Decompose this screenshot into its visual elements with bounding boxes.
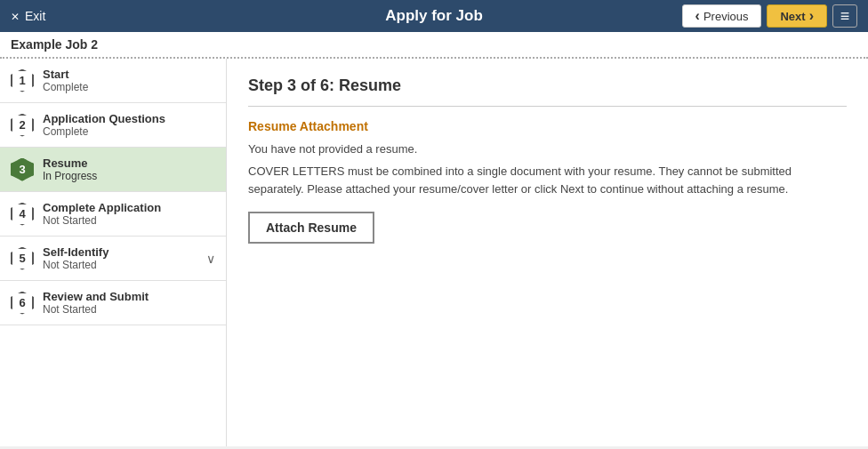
exit-button[interactable]: Exit [11, 9, 45, 23]
next-button[interactable]: Next [767, 4, 827, 28]
sidebar-item-start[interactable]: 1 Start Complete [0, 59, 226, 103]
step-info-5: Self-Identify Not Started [43, 245, 108, 271]
step-status-3: In Progress [43, 170, 97, 182]
step-name-1: Start [43, 68, 88, 81]
step-info-4: Complete Application Not Started [43, 201, 161, 227]
exit-label: Exit [25, 9, 45, 23]
step-name-6: Review and Submit [43, 290, 149, 303]
step-name-4: Complete Application [43, 201, 161, 214]
sidebar-item-self-identify[interactable]: 5 Self-Identify Not Started [0, 237, 226, 281]
step-badge-5: 5 [11, 247, 34, 270]
step-badge-1: 1 [11, 69, 34, 92]
step-info-2: Application Questions Complete [43, 112, 165, 138]
main-layout: 1 Start Complete 2 Application Questions… [0, 59, 868, 446]
step-name-5: Self-Identify [43, 245, 108, 259]
sidebar-item-resume[interactable]: 3 Resume In Progress [0, 148, 226, 192]
section-divider [248, 106, 847, 107]
job-title: Example Job 2 [11, 37, 98, 52]
step-badge-6: 6 [11, 292, 34, 315]
content-title: Step 3 of 6: Resume [248, 76, 847, 95]
content-area: Step 3 of 6: Resume Resume Attachment Yo… [227, 59, 868, 446]
step-status-1: Complete [43, 81, 88, 93]
step-badge-4: 4 [11, 203, 34, 226]
attach-resume-button[interactable]: Attach Resume [248, 212, 374, 244]
previous-button[interactable]: Previous [682, 4, 762, 28]
step-badge-3: 3 [11, 158, 34, 181]
job-title-bar: Example Job 2 [0, 32, 868, 59]
menu-button[interactable] [832, 4, 857, 28]
chevron-down-icon [206, 252, 215, 266]
sidebar-item-application-questions[interactable]: 2 Application Questions Complete [0, 103, 226, 148]
section-heading: Resume Attachment [248, 119, 847, 133]
navbar: Exit Apply for Job Previous Next [0, 0, 868, 32]
step-badge-2: 2 [11, 114, 34, 137]
navbar-actions: Previous Next [682, 4, 857, 28]
step-info-1: Start Complete [43, 68, 88, 93]
chevron-right-icon [809, 8, 814, 24]
step-name-3: Resume [43, 156, 97, 170]
step-status-5: Not Started [43, 259, 108, 271]
step-status-6: Not Started [43, 303, 149, 316]
close-icon [11, 9, 20, 23]
no-resume-text: You have not provided a resume. [248, 142, 847, 156]
hamburger-icon [840, 7, 850, 26]
sidebar-item-complete-application[interactable]: 4 Complete Application Not Started [0, 192, 226, 237]
step-info-3: Resume In Progress [43, 156, 97, 182]
sidebar-item-review-submit[interactable]: 6 Review and Submit Not Started [0, 281, 226, 325]
sidebar: 1 Start Complete 2 Application Questions… [0, 59, 227, 446]
step-name-2: Application Questions [43, 112, 165, 125]
chevron-left-icon [695, 8, 700, 24]
step-info-6: Review and Submit Not Started [43, 290, 149, 316]
cover-letter-info: COVER LETTERS must be combined into a si… [248, 163, 847, 197]
step-status-2: Complete [43, 125, 165, 138]
navbar-title: Apply for Job [385, 7, 483, 25]
step-status-4: Not Started [43, 214, 161, 227]
